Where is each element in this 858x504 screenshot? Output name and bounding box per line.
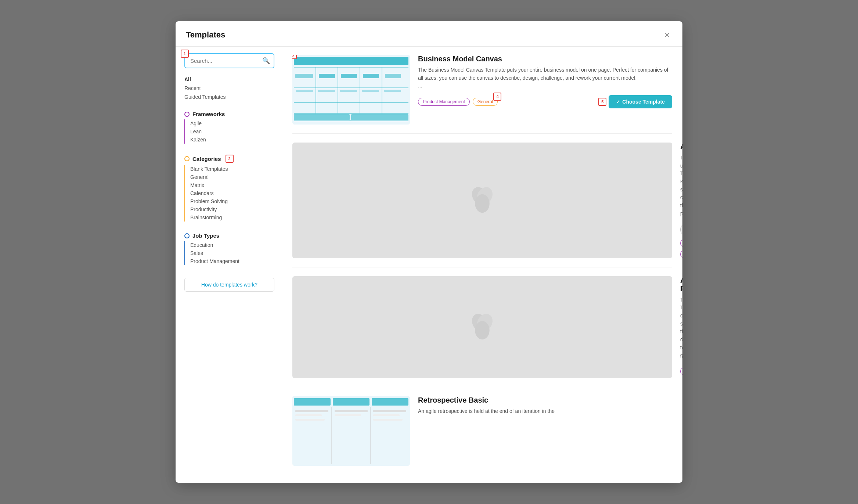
template-desc-agile-scrum: Track and streamline your processes usin… <box>680 154 682 218</box>
annotation-5: 5 <box>598 98 606 106</box>
search-icon: 🔍 <box>262 57 270 65</box>
svg-rect-19 <box>318 90 335 92</box>
tags-row-agile-roadmap: Agile <box>680 367 682 375</box>
modal-overlay: Templates × 1 🔍 All Recent Guided Templa… <box>0 0 858 504</box>
tag-lean[interactable]: Lean <box>680 239 682 247</box>
svg-rect-18 <box>296 90 313 92</box>
tags-row-bmc: 4 Product Management General <box>418 98 498 106</box>
template-footer-agile-roadmap: Agile ✓ Choose Template <box>680 365 682 378</box>
template-thumb-agile-roadmap[interactable] <box>292 276 672 378</box>
svg-rect-17 <box>351 114 408 120</box>
sidebar: 1 🔍 All Recent Guided Templates Framewor… <box>176 47 282 483</box>
main-content: 3 <box>282 47 682 483</box>
agile-roadmap-icon <box>466 310 499 343</box>
svg-rect-32 <box>372 398 408 406</box>
modal-header: Templates × <box>176 21 682 47</box>
template-desc-bmc: The Business Model Canvas Template puts … <box>418 66 672 90</box>
annotation-4: 4 <box>493 93 501 101</box>
svg-rect-1 <box>294 57 408 65</box>
sidebar-item-matrix[interactable]: Matrix <box>190 181 274 189</box>
job-types-section: Job Types Education Sales Product Manage… <box>184 229 274 267</box>
sidebar-item-education[interactable]: Education <box>190 241 274 249</box>
categories-header: Categories 2 <box>184 155 274 163</box>
retro-thumbnail-svg <box>292 396 410 466</box>
svg-rect-13 <box>363 74 379 78</box>
sidebar-item-general[interactable]: General <box>190 173 274 181</box>
sidebar-item-brainstorming[interactable]: Brainstorming <box>190 213 274 222</box>
svg-rect-40 <box>373 410 406 412</box>
template-name-agile-roadmap: Agile Product Roadmap <box>680 276 682 293</box>
template-thumb-bmc[interactable]: 3 <box>292 55 410 125</box>
tag-agile-roadmap[interactable]: Agile <box>680 367 682 375</box>
tag-agile-scrum[interactable]: Agile <box>680 250 682 258</box>
template-info-retro: Retrospective Basic An agile retrospecti… <box>418 396 672 415</box>
template-thumb-agile-scrum[interactable] <box>292 143 672 258</box>
nav-recent[interactable]: Recent <box>184 84 274 93</box>
svg-rect-11 <box>319 74 335 78</box>
svg-rect-35 <box>295 410 328 412</box>
sidebar-item-calendars[interactable]: Calendars <box>190 189 274 197</box>
modal-title: Templates <box>186 30 225 40</box>
how-templates-work-button[interactable]: How do templates work? <box>184 278 274 292</box>
svg-rect-21 <box>362 90 379 92</box>
template-desc-retro: An agile retrospective is held at the en… <box>418 407 672 415</box>
tags-row-agile-scrum: □Has Guide Lean Agile <box>680 223 682 258</box>
template-card-agile-roadmap: Agile Product Roadmap The Agile Product … <box>292 276 672 388</box>
svg-rect-0 <box>292 55 410 125</box>
svg-rect-12 <box>341 74 357 78</box>
annotation-2: 2 <box>226 155 234 163</box>
bmc-thumbnail-svg <box>292 55 410 125</box>
svg-rect-16 <box>294 114 350 120</box>
check-icon-bmc: ✓ <box>616 99 620 105</box>
sidebar-item-problem-solving[interactable]: Problem Solving <box>190 197 274 205</box>
template-info-agile-roadmap: Agile Product Roadmap The Agile Product … <box>680 276 682 378</box>
frameworks-items: Agile Lean Kaizen <box>184 119 274 144</box>
svg-rect-42 <box>373 419 403 421</box>
svg-rect-36 <box>295 414 322 416</box>
template-info-agile-scrum: Agile Scrum Kanban Track and streamline … <box>680 143 682 258</box>
sidebar-item-blank[interactable]: Blank Templates <box>190 165 274 173</box>
sidebar-item-sales[interactable]: Sales <box>190 249 274 257</box>
job-types-label: Job Types <box>192 233 219 239</box>
tag-product-management[interactable]: Product Management <box>418 98 470 106</box>
frameworks-dot <box>184 112 190 117</box>
sidebar-item-productivity[interactable]: Productivity <box>190 205 274 213</box>
categories-section: Categories 2 Blank Templates General Mat… <box>184 151 274 223</box>
template-footer-bmc: 4 Product Management General 5 ✓ Choose … <box>418 95 672 108</box>
template-card-agile-scrum: Agile Scrum Kanban Track and streamline … <box>292 143 672 267</box>
sidebar-item-lean[interactable]: Lean <box>190 127 274 136</box>
categories-dot <box>184 156 190 161</box>
job-types-items: Education Sales Product Management <box>184 241 274 265</box>
frameworks-label: Frameworks <box>192 111 225 117</box>
svg-rect-39 <box>335 414 361 416</box>
frameworks-section: Frameworks Agile Lean Kaizen <box>184 107 274 145</box>
nav-guided[interactable]: Guided Templates <box>184 93 274 101</box>
close-button[interactable]: × <box>662 29 672 40</box>
agile-scrum-icon <box>466 184 499 217</box>
svg-point-28 <box>475 321 490 339</box>
svg-rect-22 <box>384 90 401 92</box>
template-desc-agile-roadmap: The Agile Product Roadmap Template is us… <box>680 296 682 360</box>
annotation-1: 1 <box>181 50 189 58</box>
sidebar-item-kaizen[interactable]: Kaizen <box>190 136 274 144</box>
svg-rect-20 <box>340 90 357 92</box>
svg-rect-37 <box>295 419 325 421</box>
nav-section-main: All Recent Guided Templates <box>184 75 274 101</box>
search-box[interactable]: 1 🔍 <box>184 53 274 68</box>
search-input[interactable] <box>189 54 262 68</box>
categories-items: Blank Templates General Matrix Calendars… <box>184 165 274 222</box>
templates-modal: Templates × 1 🔍 All Recent Guided Templa… <box>176 21 682 483</box>
modal-body: 1 🔍 All Recent Guided Templates Framewor… <box>176 47 682 483</box>
svg-rect-29 <box>292 396 410 466</box>
sidebar-item-product-management[interactable]: Product Management <box>190 257 274 265</box>
svg-rect-14 <box>295 74 313 78</box>
sidebar-item-agile[interactable]: Agile <box>190 119 274 127</box>
nav-all[interactable]: All <box>184 75 274 84</box>
choose-template-button-bmc[interactable]: ✓ Choose Template <box>609 95 672 108</box>
categories-label: Categories <box>192 156 221 162</box>
template-thumb-retro[interactable] <box>292 396 410 466</box>
template-info-bmc: Business Model Canvas The Business Model… <box>418 55 672 108</box>
annotation-3: 3 <box>292 55 297 59</box>
tag-has-guide[interactable]: □Has Guide <box>680 223 682 236</box>
svg-rect-15 <box>385 74 401 78</box>
